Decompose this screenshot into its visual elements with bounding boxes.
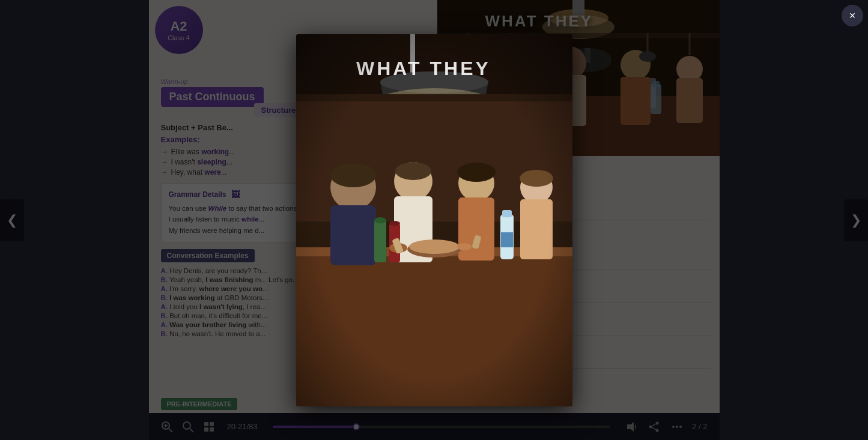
svg-rect-93 xyxy=(296,34,572,406)
modal-kitchen-scene: WHAT THEY xyxy=(296,34,572,406)
doc-container: × ❮ ❯ A2 Class 4 Warm-up Past Continuo xyxy=(0,0,868,440)
modal-overlay: WHAT THEY xyxy=(0,0,868,440)
modal-image-box: WHAT THEY xyxy=(296,34,572,406)
close-button[interactable]: × xyxy=(842,5,863,26)
